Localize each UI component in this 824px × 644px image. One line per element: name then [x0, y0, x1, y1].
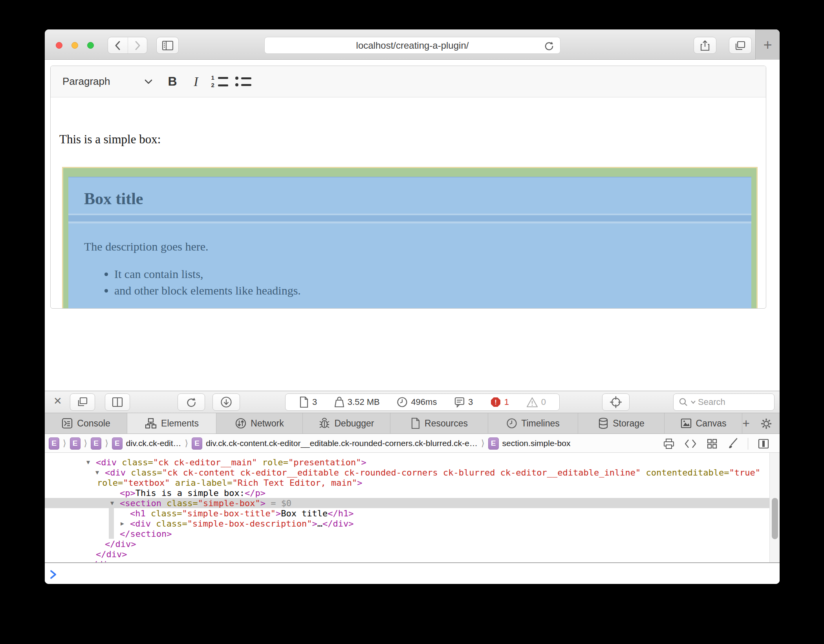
breadcrumb-item[interactable]: E — [49, 437, 59, 450]
disclosure-triangle-icon[interactable]: ▼ — [95, 469, 105, 476]
bulleted-list-button[interactable] — [231, 70, 255, 93]
dom-row-code: <section class="simple-box"> = $0 — [120, 498, 291, 508]
tab-resources[interactable]: Resources — [390, 413, 488, 434]
breadcrumb-item[interactable]: E — [91, 437, 101, 450]
tab-label: Network — [251, 418, 284, 429]
print-icon[interactable] — [663, 438, 675, 450]
editor-paragraph[interactable]: This is a simple box: — [59, 132, 161, 146]
minimize-window-button[interactable] — [71, 42, 78, 49]
tab-timelines[interactable]: Timelines — [488, 413, 578, 434]
plus-icon: + — [763, 37, 772, 52]
page-weight[interactable]: 3.52 MB — [334, 396, 380, 408]
page-stats-group[interactable]: 33.52 MB496ms3!10 — [285, 393, 560, 411]
paragraph-dropdown-label: Paragraph — [62, 75, 110, 88]
breadcrumb-item[interactable]: Ediv.ck.ck-edit… — [112, 437, 181, 450]
resource-count[interactable]: 3 — [299, 396, 317, 408]
code-segment: class= — [146, 509, 182, 518]
code-segment: <div — [96, 457, 117, 467]
box-title[interactable]: Box title — [84, 189, 143, 208]
box-list[interactable]: It can contain lists,and other block ele… — [114, 267, 301, 300]
numbered-list-button[interactable]: 1 2 — [208, 70, 231, 93]
code-segment: <div — [130, 519, 151, 529]
add-tab-button[interactable]: + — [742, 416, 750, 431]
dom-tree-row[interactable]: ▶<div class="simple-box-description">…</… — [45, 518, 769, 529]
code-segment: = $0 — [266, 498, 291, 508]
element-picker-button[interactable] — [602, 393, 630, 411]
inspected-element-highlight[interactable]: Box title The description goes here. It … — [62, 167, 758, 309]
disclosure-triangle-icon[interactable]: ▼ — [110, 499, 120, 507]
dom-tree-row[interactable]: </div> — [45, 549, 769, 559]
dom-tree-row[interactable]: role="textbox" aria-label="Rich Text Edi… — [45, 478, 769, 488]
dom-tree-row[interactable]: <h1 class="simple-box-title">Box title</… — [45, 508, 769, 518]
scrollbar-thumb[interactable] — [772, 498, 778, 539]
code-segment: class= — [161, 498, 198, 508]
detach-inspector-button[interactable] — [70, 393, 95, 411]
console-prompt-chevron-icon — [49, 569, 57, 580]
italic-button[interactable]: I — [184, 70, 208, 93]
dom-tree-row[interactable]: </div> — [45, 559, 769, 562]
tab-debugger[interactable]: Debugger — [303, 413, 390, 434]
reload-page-button[interactable] — [178, 393, 205, 411]
tab-network[interactable]: Network — [216, 413, 303, 434]
dom-scrollbar[interactable] — [769, 453, 780, 562]
back-button[interactable] — [108, 37, 128, 53]
breadcrumb-label: div.ck.ck-content.ck-editor__editable.ck… — [206, 439, 478, 448]
download-page-button[interactable] — [212, 393, 240, 411]
warning-count[interactable]: 0 — [526, 397, 546, 408]
tab-storage[interactable]: Storage — [578, 413, 665, 434]
close-window-button[interactable] — [56, 42, 62, 49]
dom-tree-row[interactable]: ▼<section class="simple-box"> = $0 — [45, 498, 769, 508]
address-bar[interactable]: localhost/creating-a-plugin/ — [264, 37, 560, 54]
url-text: localhost/creating-a-plugin/ — [356, 40, 469, 51]
dom-tree-row[interactable]: </div> — [45, 539, 769, 549]
tab-console[interactable]: Console — [45, 413, 127, 434]
settings-gear-icon[interactable] — [760, 417, 773, 430]
new-tab-button[interactable]: + — [755, 29, 780, 60]
search-icon — [678, 397, 688, 407]
bold-button[interactable]: B — [161, 70, 184, 93]
source-code-icon[interactable] — [684, 438, 697, 449]
dom-tree-row[interactable]: </section> — [45, 529, 769, 539]
load-time[interactable]: 496ms — [397, 397, 437, 408]
sidebar-toggle-button[interactable] — [156, 37, 179, 54]
editor-content[interactable]: This is a simple box: Box title The desc… — [51, 98, 766, 308]
breadcrumb-item[interactable]: Ediv.ck.ck-content.ck-editor__editable.c… — [192, 437, 478, 450]
log-count[interactable]: 3 — [454, 397, 473, 408]
code-segment: "simple-box-description" — [187, 519, 312, 529]
disclosure-triangle-icon[interactable]: ▶ — [121, 520, 130, 527]
dom-tree-row[interactable]: ▼<div class="ck ck-editor__main" role="p… — [45, 457, 769, 467]
disclosure-triangle-icon[interactable]: ▼ — [86, 459, 96, 466]
show-tabs-button[interactable] — [729, 37, 752, 54]
box-description[interactable]: The description goes here. — [84, 240, 209, 253]
reload-icon[interactable] — [544, 40, 555, 51]
dock-side-button[interactable] — [105, 393, 130, 411]
code-segment: <div — [105, 468, 126, 478]
box-list-item[interactable]: It can contain lists, — [114, 267, 301, 281]
share-button[interactable] — [694, 37, 716, 54]
error-count[interactable]: !1 — [490, 397, 509, 408]
tab-elements[interactable]: Elements — [127, 413, 216, 434]
inspector-search-field[interactable]: Search — [673, 393, 775, 411]
dom-tree-row[interactable]: ▼<div class="ck ck-content ck-editor__ed… — [45, 467, 769, 478]
breadcrumb-item[interactable]: Esection.simple-box — [488, 437, 571, 450]
breadcrumb-item[interactable]: E — [70, 437, 81, 450]
styles-brush-icon[interactable] — [727, 438, 738, 450]
box-list-item[interactable]: and other block elements like headings. — [114, 284, 301, 297]
dom-tree-panel: ▼<div class="ck ck-editor__main" role="p… — [45, 453, 780, 562]
layout-grid-icon[interactable] — [706, 438, 718, 450]
dom-tree-row[interactable]: <p>This is a simple box:</p> — [45, 488, 769, 498]
console-prompt[interactable] — [45, 562, 780, 584]
breadcrumb-separator: ⟩ — [84, 438, 88, 448]
breadcrumb: E⟩E⟩E⟩Ediv.ck.ck-edit…⟩Ediv.ck.ck-conten… — [49, 437, 570, 450]
numbered-list-icon: 1 2 — [211, 76, 228, 87]
close-inspector-button[interactable]: ✕ — [53, 396, 62, 406]
stat-value: 3.52 MB — [348, 397, 380, 407]
tab-canvas[interactable]: Canvas — [665, 413, 742, 434]
paragraph-dropdown[interactable]: Paragraph — [62, 75, 161, 88]
forward-button[interactable] — [128, 37, 147, 53]
code-segment: </section> — [120, 529, 172, 539]
doc-icon — [410, 417, 421, 429]
details-sidebar-icon[interactable] — [758, 438, 769, 449]
web-page: Paragraph B I 1 2 — [45, 60, 780, 391]
zoom-window-button[interactable] — [87, 42, 94, 49]
